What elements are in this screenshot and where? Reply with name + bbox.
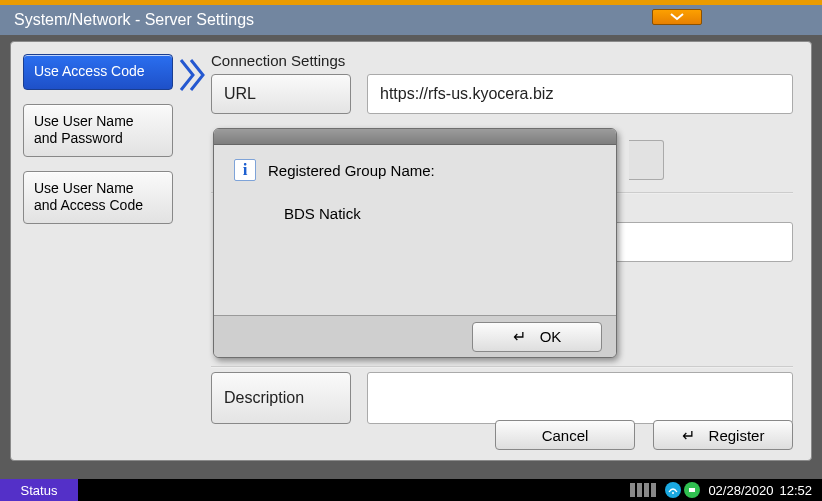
cancel-label: Cancel (542, 427, 589, 444)
network-icon (665, 482, 681, 498)
dialog-message-label: Registered Group Name: (268, 162, 435, 179)
window-title: System/Network - Server Settings (14, 11, 254, 28)
enter-icon: ↵ (682, 426, 695, 445)
chevron-right-icon (179, 58, 207, 96)
svg-point-0 (672, 492, 674, 494)
ok-button[interactable]: ↵ OK (472, 322, 602, 352)
description-input[interactable] (367, 372, 793, 424)
chevron-down-icon (670, 13, 684, 21)
cancel-button[interactable]: Cancel (495, 420, 635, 450)
pulldown-tab[interactable] (652, 9, 702, 25)
description-row: Description (211, 372, 793, 424)
title-bar: System/Network - Server Settings (0, 5, 822, 35)
ok-label: OK (540, 328, 562, 345)
proxy-label-fragment (629, 140, 664, 180)
register-button[interactable]: ↵ Register (653, 420, 793, 450)
toner-level-icon (630, 483, 656, 497)
sidebar-item-access-code[interactable]: Use Access Code (23, 54, 173, 90)
sidebar-item-user-password[interactable]: Use User Name and Password (23, 104, 173, 157)
enter-icon: ↵ (513, 327, 526, 346)
status-button[interactable]: Status (0, 479, 78, 501)
section-title: Connection Settings (211, 52, 345, 69)
info-icon: i (234, 159, 256, 181)
url-label-button[interactable]: URL (211, 74, 351, 114)
fax-icon (684, 482, 700, 498)
info-dialog: i Registered Group Name: BDS Natick ↵ OK (213, 128, 617, 358)
main-panel: Use Access Code Use User Name and Passwo… (10, 41, 812, 461)
sidebar: Use Access Code Use User Name and Passwo… (23, 54, 183, 238)
svg-rect-1 (689, 488, 695, 492)
dialog-group-name: BDS Natick (284, 205, 596, 222)
status-time: 12:52 (779, 483, 812, 498)
dialog-header (214, 129, 616, 145)
status-date: 02/28/2020 (708, 483, 773, 498)
url-input[interactable]: https://rfs-us.kyocera.biz (367, 74, 793, 114)
sidebar-item-user-access-code[interactable]: Use User Name and Access Code (23, 171, 173, 224)
register-label: Register (709, 427, 765, 444)
status-bar: Status 02/28/2020 12:52 (0, 479, 822, 501)
url-row: URL https://rfs-us.kyocera.biz (211, 74, 793, 114)
description-label-button[interactable]: Description (211, 372, 351, 424)
divider (211, 366, 793, 368)
